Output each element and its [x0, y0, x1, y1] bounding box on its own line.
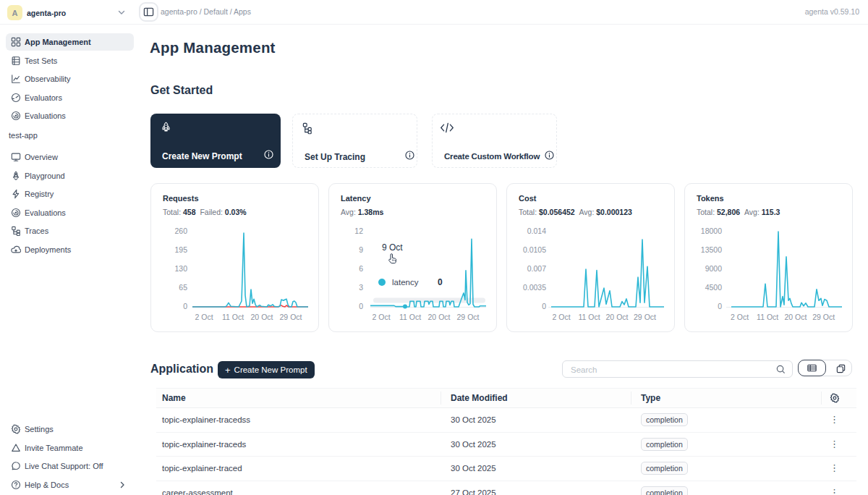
svg-text:11 Oct: 11 Oct: [578, 313, 600, 321]
svg-text:12: 12: [354, 227, 363, 235]
svg-text:0.014: 0.014: [527, 227, 546, 235]
svg-text:195: 195: [174, 245, 187, 254]
svg-text:2 Oct: 2 Oct: [195, 313, 213, 321]
svg-text:29 Oct: 29 Oct: [812, 313, 835, 321]
svg-text:2 Oct: 2 Oct: [731, 313, 749, 321]
svg-text:0.0105: 0.0105: [523, 245, 546, 254]
svg-text:11 Oct: 11 Oct: [757, 313, 778, 321]
svg-text:latency: latency: [392, 278, 419, 287]
svg-text:0: 0: [359, 302, 363, 310]
svg-text:9 Oct: 9 Oct: [382, 242, 403, 253]
svg-text:260: 260: [174, 227, 187, 235]
svg-text:18000: 18000: [701, 227, 722, 235]
svg-text:2 Oct: 2 Oct: [552, 313, 570, 321]
svg-text:11 Oct: 11 Oct: [222, 313, 244, 321]
svg-text:20 Oct: 20 Oct: [428, 313, 451, 321]
svg-text:0: 0: [183, 302, 187, 310]
svg-text:0: 0: [542, 302, 546, 310]
svg-text:3: 3: [359, 283, 363, 292]
svg-text:2 Oct: 2 Oct: [372, 313, 390, 321]
svg-text:13500: 13500: [701, 245, 722, 254]
svg-text:0: 0: [438, 277, 443, 287]
svg-text:20 Oct: 20 Oct: [606, 313, 629, 321]
svg-text:29 Oct: 29 Oct: [457, 313, 480, 321]
svg-text:29 Oct: 29 Oct: [280, 313, 302, 321]
svg-text:0.007: 0.007: [527, 264, 546, 273]
svg-text:0: 0: [718, 302, 722, 310]
svg-text:11 Oct: 11 Oct: [399, 313, 421, 321]
svg-text:20 Oct: 20 Oct: [251, 313, 273, 321]
svg-text:130: 130: [174, 264, 187, 273]
svg-text:20 Oct: 20 Oct: [784, 313, 807, 321]
svg-text:65: 65: [179, 283, 187, 292]
svg-text:9: 9: [359, 245, 363, 254]
svg-text:0.0035: 0.0035: [523, 283, 546, 292]
svg-text:4500: 4500: [705, 283, 723, 292]
svg-text:9000: 9000: [705, 264, 723, 273]
svg-text:6: 6: [359, 264, 363, 273]
svg-text:29 Oct: 29 Oct: [634, 313, 656, 321]
